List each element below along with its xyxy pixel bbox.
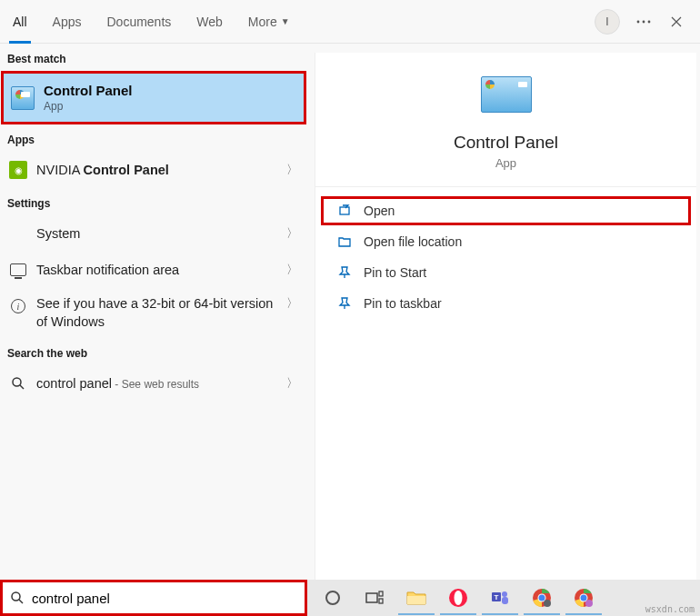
folder-icon (335, 234, 355, 249)
taskbar-teams[interactable]: T (480, 581, 520, 615)
svg-point-21 (539, 595, 545, 601)
taskbar-cortana[interactable] (313, 581, 353, 615)
results-panel: Best match Control Panel App Apps ◉ NVID… (0, 44, 307, 580)
section-apps: Apps (0, 124, 307, 152)
preview-subtitle: App (495, 156, 516, 170)
cortana-icon (324, 589, 342, 607)
svg-point-25 (581, 595, 587, 601)
tab-apps[interactable]: Apps (40, 0, 95, 44)
teams-icon: T (490, 588, 510, 608)
chevron-right-icon: 〉 (286, 295, 298, 312)
ellipsis-icon (636, 20, 651, 24)
tab-web[interactable]: Web (184, 0, 235, 44)
chevron-right-icon: 〉 (286, 375, 298, 392)
svg-point-14 (455, 591, 463, 605)
close-icon (671, 16, 682, 27)
chrome-icon (532, 588, 552, 608)
chevron-right-icon: 〉 (286, 225, 298, 242)
result-best-match[interactable]: Control Panel App (1, 71, 306, 124)
control-panel-icon (11, 86, 35, 110)
svg-rect-11 (379, 599, 383, 603)
search-scope-tabs: All Apps Documents Web More▼ I (0, 0, 700, 44)
search-input[interactable] (32, 591, 297, 606)
watermark: wsxdn.com (645, 604, 695, 614)
svg-rect-18 (502, 597, 508, 604)
svg-point-17 (502, 591, 507, 597)
monitor-icon (7, 259, 29, 281)
result-nvidia-control-panel[interactable]: ◉ NVIDIA Control Panel 〉 (0, 152, 307, 188)
chrome-icon (574, 588, 594, 608)
taskbar: T wsxdn.com (307, 580, 700, 616)
chevron-down-icon: ▼ (281, 16, 290, 26)
tab-all[interactable]: All (0, 0, 40, 44)
svg-line-7 (19, 600, 23, 603)
chevron-right-icon: 〉 (286, 162, 298, 178)
chevron-right-icon: 〉 (286, 262, 298, 278)
action-pin-to-start[interactable]: Pin to Start (321, 258, 691, 287)
svg-rect-10 (379, 591, 383, 596)
result-32-64-bit[interactable]: i See if you have a 32-bit or 64-bit ver… (0, 288, 307, 338)
result-taskbar-notification[interactable]: Taskbar notification area 〉 (0, 252, 307, 288)
taskbar-chrome-2[interactable] (564, 581, 604, 615)
result-title: Control Panel (44, 83, 133, 98)
folder-icon (406, 590, 426, 606)
tab-more[interactable]: More▼ (235, 0, 303, 44)
section-web: Search the web (0, 338, 307, 365)
task-view-icon (365, 591, 384, 605)
close-button[interactable] (660, 5, 693, 38)
preview-title: Control Panel (454, 133, 558, 153)
svg-point-22 (544, 600, 551, 607)
user-avatar[interactable]: I (595, 9, 620, 35)
svg-point-26 (585, 600, 593, 607)
tab-documents[interactable]: Documents (94, 0, 184, 44)
svg-rect-12 (407, 596, 425, 604)
control-panel-icon (481, 76, 532, 113)
info-icon: i (7, 295, 29, 317)
result-subtitle: App (44, 100, 133, 113)
svg-point-3 (13, 378, 21, 386)
taskbar-task-view[interactable] (355, 581, 395, 615)
result-web-search[interactable]: control panel - See web results 〉 (0, 365, 307, 402)
taskbar-file-explorer[interactable] (396, 581, 436, 615)
section-best-match: Best match (0, 44, 307, 71)
open-icon (335, 204, 355, 218)
search-icon (10, 591, 25, 605)
pin-icon (335, 265, 355, 280)
svg-text:T: T (495, 593, 499, 601)
svg-point-0 (637, 20, 640, 23)
svg-line-4 (20, 385, 24, 389)
nvidia-icon: ◉ (7, 159, 29, 181)
svg-point-8 (326, 591, 339, 604)
taskbar-chrome-1[interactable] (522, 581, 562, 615)
search-icon (7, 373, 29, 394)
result-system[interactable]: System 〉 (0, 215, 307, 252)
svg-rect-5 (340, 207, 349, 214)
section-settings: Settings (0, 188, 307, 215)
svg-point-6 (12, 592, 20, 601)
opera-icon (448, 588, 468, 608)
preview-panel: Control Panel App Open Open file locatio… (315, 53, 696, 580)
action-open-file-location[interactable]: Open file location (321, 227, 691, 256)
options-button[interactable] (627, 5, 660, 38)
svg-rect-9 (366, 593, 377, 602)
action-pin-to-taskbar[interactable]: Pin to taskbar (321, 289, 691, 318)
action-open[interactable]: Open (321, 196, 691, 225)
taskbar-opera[interactable] (438, 581, 478, 615)
svg-point-1 (643, 20, 645, 23)
svg-point-2 (648, 20, 651, 23)
pin-icon (335, 296, 355, 311)
search-bar[interactable] (0, 580, 307, 616)
